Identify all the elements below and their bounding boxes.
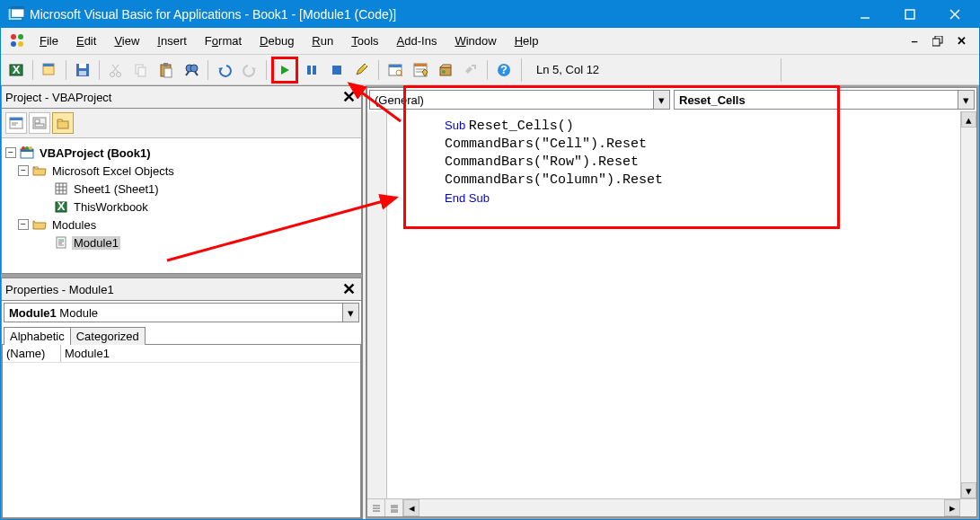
tree-sheet1[interactable]: Sheet1 (Sheet1) [5, 180, 358, 198]
vertical-scrollbar[interactable]: ▴ ▾ [960, 111, 976, 498]
properties-pane-title: Properties - Module1 [5, 283, 340, 296]
expand-toggle[interactable]: − [5, 147, 16, 158]
menu-format[interactable]: Format [196, 31, 251, 51]
svg-point-22 [110, 72, 115, 76]
property-row[interactable]: (Name) Module1 [3, 345, 360, 363]
break-button[interactable] [300, 58, 323, 82]
tab-alphabetic[interactable]: Alphabetic [4, 327, 71, 345]
svg-point-10 [18, 41, 23, 47]
menu-debug[interactable]: Debug [251, 31, 303, 51]
sheet-icon [54, 181, 68, 196]
tree-label[interactable]: Sheet1 (Sheet1) [72, 182, 161, 196]
view-object-button[interactable] [29, 112, 50, 134]
cut-button[interactable] [104, 58, 128, 82]
object-combo[interactable]: (General) ▾ [369, 90, 670, 110]
tree-label[interactable]: ThisWorkbook [72, 200, 150, 214]
property-name: (Name) [3, 345, 61, 362]
dropdown-arrow-icon[interactable]: ▾ [958, 91, 974, 109]
scroll-right-arrow[interactable]: ▸ [944, 499, 960, 516]
scroll-left-arrow[interactable]: ◂ [403, 499, 419, 516]
procedure-view-button[interactable] [385, 499, 403, 516]
tree-label[interactable]: Module1 [72, 236, 120, 250]
toolbar: X ? Ln 5, Col 12 [1, 55, 979, 85]
scroll-down-arrow[interactable]: ▾ [961, 482, 976, 498]
svg-rect-41 [414, 64, 427, 66]
mdi-minimize-button[interactable]: – [906, 33, 923, 49]
svg-rect-18 [79, 64, 86, 68]
tree-label[interactable]: VBAProject (Book1) [38, 146, 153, 160]
properties-grid[interactable]: (Name) Module1 [2, 345, 361, 518]
tree-root-vbaproject[interactable]: − VBAProject (Book1) [5, 144, 358, 162]
insert-dropdown-button[interactable] [38, 58, 61, 82]
tab-categorized[interactable]: Categorized [70, 327, 146, 345]
tree-thisworkbook[interactable]: X ThisWorkbook [5, 198, 358, 216]
menu-help[interactable]: Help [506, 31, 548, 51]
project-explorer-button[interactable] [384, 58, 407, 82]
code-editor[interactable]: Sub Reset_Cells() CommandBars("Cell").Re… [387, 111, 960, 498]
help-button[interactable]: ? [492, 58, 516, 82]
svg-point-9 [11, 41, 16, 47]
mdi-restore-button[interactable] [930, 33, 946, 49]
svg-rect-4 [905, 10, 914, 19]
redo-button[interactable] [238, 58, 261, 82]
properties-button[interactable] [409, 58, 432, 82]
design-mode-button[interactable] [350, 58, 374, 82]
project-pane-close-button[interactable]: ✕ [340, 88, 358, 106]
run-button[interactable] [271, 57, 298, 84]
svg-rect-49 [10, 118, 22, 120]
dropdown-arrow-icon[interactable]: ▾ [342, 304, 358, 322]
object-browser-button[interactable] [434, 58, 457, 82]
find-button[interactable] [180, 58, 203, 82]
view-excel-button[interactable]: X [4, 58, 28, 82]
scroll-track[interactable] [419, 499, 944, 516]
minimize-button[interactable] [843, 1, 887, 28]
paste-button[interactable] [155, 58, 178, 82]
margin-indicator-bar[interactable] [367, 111, 387, 498]
toggle-folders-button[interactable] [52, 112, 74, 134]
horizontal-scrollbar[interactable]: ◂ ▸ [403, 499, 960, 516]
dropdown-arrow-icon[interactable]: ▾ [653, 91, 669, 109]
undo-button[interactable] [213, 58, 236, 82]
menu-file[interactable]: File [31, 31, 67, 51]
toolbox-button[interactable] [459, 58, 482, 82]
maximize-button[interactable] [887, 1, 932, 28]
tree-module1[interactable]: Module1 [5, 234, 358, 251]
copy-button[interactable] [129, 58, 153, 82]
svg-rect-37 [389, 65, 402, 67]
svg-point-23 [117, 72, 121, 76]
tree-label[interactable]: Modules [50, 218, 98, 232]
svg-point-8 [18, 34, 23, 40]
svg-rect-55 [57, 121, 68, 128]
tree-label[interactable]: Microsoft Excel Objects [50, 164, 176, 178]
tree-excel-objects-folder[interactable]: − Microsoft Excel Objects [5, 162, 358, 180]
scroll-track[interactable] [961, 128, 976, 482]
properties-pane-close-button[interactable]: ✕ [340, 280, 358, 298]
scroll-up-arrow[interactable]: ▴ [961, 111, 976, 128]
menu-run[interactable]: Run [303, 31, 342, 51]
save-button[interactable] [71, 58, 94, 82]
menu-insert[interactable]: Insert [148, 31, 196, 51]
menu-addins[interactable]: Add-Ins [388, 31, 446, 51]
expand-toggle[interactable]: − [18, 165, 29, 176]
menu-window[interactable]: Window [446, 31, 505, 51]
properties-object-combo[interactable]: Module1 Module ▾ [4, 303, 359, 322]
menu-edit[interactable]: Edit [67, 31, 105, 51]
cursor-location: Ln 5, Col 12 [529, 61, 606, 78]
folder-open-icon [32, 217, 47, 232]
project-tree[interactable]: − VBAProject (Book1) − Microsoft Excel O… [2, 138, 361, 273]
full-module-view-button[interactable] [367, 499, 385, 516]
reset-button[interactable] [325, 58, 349, 82]
mdi-close-button[interactable]: ✕ [953, 33, 969, 49]
procedure-combo[interactable]: Reset_Cells ▾ [674, 90, 975, 110]
svg-line-32 [195, 72, 198, 75]
menu-view[interactable]: View [105, 31, 148, 51]
menu-tools[interactable]: Tools [342, 31, 387, 51]
svg-rect-16 [43, 64, 54, 66]
project-pane-title: Project - VBAProject [5, 91, 340, 104]
tree-modules-folder[interactable]: − Modules [5, 216, 358, 234]
close-button[interactable] [932, 1, 977, 28]
expand-toggle[interactable]: − [18, 219, 29, 230]
view-code-button[interactable] [5, 112, 27, 134]
svg-rect-12 [932, 39, 940, 46]
property-value[interactable]: Module1 [61, 345, 360, 362]
